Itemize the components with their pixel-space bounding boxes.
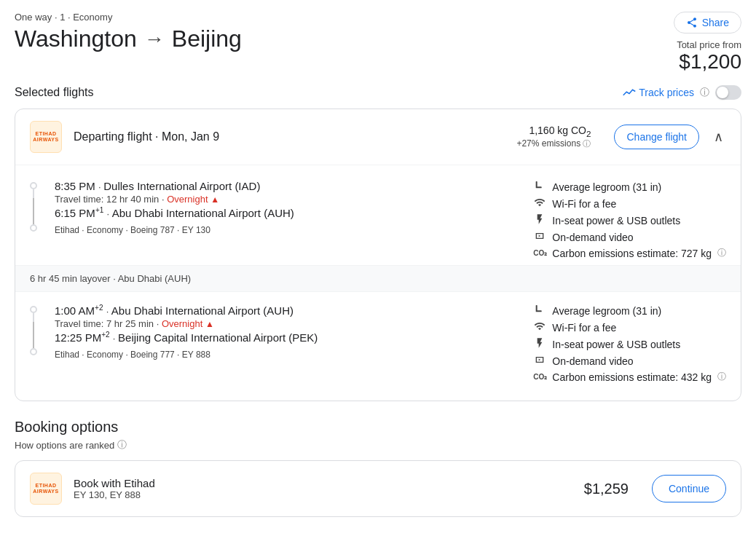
segment-1: 8:35 PM · Dulles International Airport (… xyxy=(15,165,741,265)
co2-icon-1: CO₂ xyxy=(533,249,546,257)
emissions-info-icon[interactable]: ⓘ xyxy=(583,139,591,148)
price-share-area: Share Total price from $1,200 xyxy=(674,12,741,74)
stop-dot-top-2 xyxy=(30,306,37,313)
change-flight-button[interactable]: Change flight xyxy=(614,125,699,149)
co2-main: 1,160 kg CO2 xyxy=(516,125,591,138)
seg1-times: 8:35 PM · Dulles International Airport (… xyxy=(55,180,294,262)
segment-2-content: 1:00 AM+2 · Abu Dhabi International Airp… xyxy=(46,304,726,386)
flight-label: Departing flight · Mon, Jan 9 xyxy=(74,130,505,143)
amenity-video-1: On-demand video xyxy=(533,230,726,244)
booking-subtitle: How options are ranked ⓘ xyxy=(15,438,741,452)
power-icon-1 xyxy=(533,213,546,227)
svg-marker-5 xyxy=(539,359,541,361)
svg-rect-1 xyxy=(536,186,542,188)
track-prices-label: Track prices xyxy=(639,87,694,98)
co2-sub: +27% emissions ⓘ xyxy=(516,138,591,149)
amenity-wifi-label-1: Wi-Fi for a fee xyxy=(552,198,616,210)
layover-bar: 6 hr 45 min layover · Abu Dhabi (AUH) xyxy=(15,265,741,292)
ranking-info-icon[interactable]: ⓘ xyxy=(117,438,127,452)
track-toggle[interactable] xyxy=(715,85,741,100)
stop-dot-bottom-2 xyxy=(30,348,37,355)
amenity-power-label-1: In-seat power & USB outlets xyxy=(552,215,680,226)
booking-price: $1,259 xyxy=(584,481,629,497)
route-info: One way · 1 · Economy Washington → Beiji… xyxy=(15,12,242,52)
seg2-detail-row: 1:00 AM+2 · Abu Dhabi International Airp… xyxy=(55,304,726,386)
booking-name: Book with Etihad xyxy=(74,477,572,489)
track-prices-link[interactable]: Track prices xyxy=(623,87,694,98)
amenity-video-label-1: On-demand video xyxy=(552,232,633,243)
stop-dot-bottom xyxy=(30,224,37,232)
wifi-icon-2 xyxy=(533,320,546,334)
seg1-arrive: 6:15 PM+1 · Abu Dhabi International Airp… xyxy=(55,206,294,219)
toggle-knob xyxy=(717,87,728,98)
stop-dashed-2 xyxy=(33,207,34,216)
power-icon-2 xyxy=(533,337,546,351)
stop-dashed-4 xyxy=(33,322,34,331)
co2-icon-2: CO₂ xyxy=(533,373,546,381)
co2-info-icon-2[interactable]: ⓘ xyxy=(717,371,726,383)
stop-dot-top xyxy=(30,182,37,189)
stop-dashed-1 xyxy=(33,198,34,207)
section-header: Selected flights Track prices ⓘ xyxy=(0,79,756,109)
amenity-power-label-2: In-seat power & USB outlets xyxy=(552,339,680,350)
seg1-detail-row: 8:35 PM · Dulles International Airport (… xyxy=(55,180,726,262)
airline-logo: ETIHADAIRWAYS xyxy=(30,121,62,153)
amenity-video-label-2: On-demand video xyxy=(552,355,633,367)
booking-flights: EY 130, EY 888 xyxy=(74,489,572,500)
route: Washington → Beijing xyxy=(15,25,242,52)
stop-dashed-5 xyxy=(33,331,34,339)
share-icon xyxy=(686,17,698,28)
booking-section: Booking options How options are ranked ⓘ… xyxy=(0,413,756,529)
top-bar: One way · 1 · Economy Washington → Beiji… xyxy=(0,0,756,79)
seg1-amenities: Average legroom (31 in) Wi-Fi for a fee … xyxy=(533,180,726,262)
seg2-depart: 1:00 AM+2 · Abu Dhabi International Airp… xyxy=(55,304,318,317)
card-header: ETIHADAIRWAYS Departing flight · Mon, Ja… xyxy=(15,109,741,165)
svg-rect-4 xyxy=(536,310,542,312)
continue-button[interactable]: Continue xyxy=(652,475,726,502)
amenity-co2-1: CO₂ Carbon emissions estimate: 727 kg ⓘ xyxy=(533,247,726,259)
svg-rect-3 xyxy=(536,305,538,311)
booking-airline-logo: ETIHADAIRWAYS xyxy=(30,473,62,505)
video-icon-2 xyxy=(533,354,546,368)
stop-line-1 xyxy=(33,189,34,198)
seg2-arrive: 12:25 PM+2 · Beijing Capital Internation… xyxy=(55,331,318,344)
seg2-amenities: Average legroom (31 in) Wi-Fi for a fee … xyxy=(533,304,726,386)
track-info-icon[interactable]: ⓘ xyxy=(700,86,709,99)
seg2-travel: Travel time: 7 hr 25 min · Overnight ▲ xyxy=(55,318,318,329)
arrow-icon: → xyxy=(144,28,165,51)
stop-dashed-6 xyxy=(33,339,34,348)
stop-dashed-3 xyxy=(33,216,34,224)
total-label: Total price from xyxy=(674,39,741,50)
amenity-co2-label-2: Carbon emissions estimate: 432 kg xyxy=(552,371,712,383)
total-price: $1,200 xyxy=(674,50,741,74)
share-label: Share xyxy=(702,17,729,28)
wifi-icon-1 xyxy=(533,197,546,210)
amenity-wifi-1: Wi-Fi for a fee xyxy=(533,197,726,210)
booking-title: Booking options xyxy=(15,419,741,435)
departing-flight-card: ETIHADAIRWAYS Departing flight · Mon, Ja… xyxy=(15,109,741,401)
amenity-legroom-2: Average legroom (31 in) xyxy=(533,304,726,318)
seg2-times: 1:00 AM+2 · Abu Dhabi International Airp… xyxy=(55,304,318,386)
section-title: Selected flights xyxy=(15,86,94,99)
collapse-button[interactable]: ∧ xyxy=(711,126,726,148)
share-button[interactable]: Share xyxy=(674,12,741,33)
warn-icon-1: ▲ xyxy=(210,194,219,205)
co2-info: 1,160 kg CO2 +27% emissions ⓘ xyxy=(516,125,591,149)
svg-marker-2 xyxy=(539,235,541,237)
amenity-co2-label-1: Carbon emissions estimate: 727 kg xyxy=(552,248,712,259)
booking-info: Book with Etihad EY 130, EY 888 xyxy=(74,477,572,500)
amenity-legroom-label-1: Average legroom (31 in) xyxy=(552,181,661,193)
amenity-wifi-label-2: Wi-Fi for a fee xyxy=(552,322,616,334)
amenity-power-2: In-seat power & USB outlets xyxy=(533,337,726,351)
amenity-video-2: On-demand video xyxy=(533,354,726,368)
video-icon-1 xyxy=(533,230,546,244)
amenity-co2-2: CO₂ Carbon emissions estimate: 432 kg ⓘ xyxy=(533,371,726,383)
segment-1-content: 8:35 PM · Dulles International Airport (… xyxy=(46,180,726,262)
co2-info-icon-1[interactable]: ⓘ xyxy=(717,247,726,259)
seg1-travel: Travel time: 12 hr 40 min · Overnight ▲ xyxy=(55,194,294,205)
track-prices-area: Track prices ⓘ xyxy=(623,85,741,100)
seg1-depart: 8:35 PM · Dulles International Airport (… xyxy=(55,180,294,192)
warn-icon-2: ▲ xyxy=(205,319,214,329)
amenity-legroom-1: Average legroom (31 in) xyxy=(533,180,726,194)
seg1-airline-info: Etihad · Economy · Boeing 787 · EY 130 xyxy=(55,225,294,235)
